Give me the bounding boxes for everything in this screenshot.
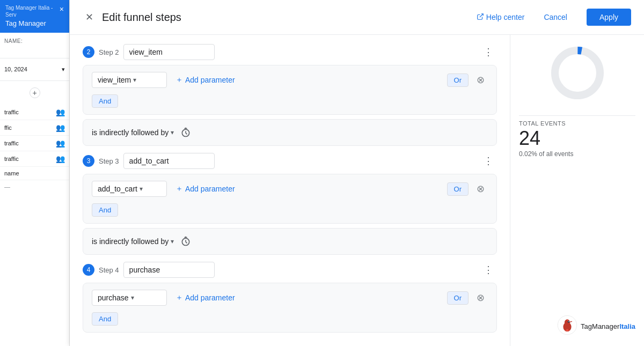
step-4-event-row: purchase ▾ ＋ Add parameter Or ⊗ A [83,283,497,333]
step-4-or-button[interactable]: Or [447,291,469,305]
step-3-event-row: add_to_cart ▾ ＋ Add parameter Or ⊗ [83,174,497,224]
sidebar-segment-name: name [0,167,69,180]
sidebar-date-dropdown[interactable]: 10, 2024 ▾ [4,64,65,75]
sidebar-header: Tag Manager Italia - Serv × Tag Manager [0,0,69,33]
sidebar-item-label-4: traffic [4,156,19,162]
step-3-event-arrow: ▾ [140,185,143,193]
step-3-event-row-inner: add_to_cart ▾ ＋ Add parameter Or ⊗ [92,181,488,197]
modal-header: ✕ Edit funnel steps Help center Cancel A… [70,0,644,35]
sidebar-name-value [4,46,65,53]
total-events-label: TOTAL EVENTS [519,120,635,127]
add-param-label-step3: Add parameter [185,185,235,193]
sidebar-item-traffic-2[interactable]: ffic 👥 [0,120,69,136]
step-2-name-input[interactable] [123,44,215,60]
svg-point-16 [569,321,570,322]
donut-chart-area [519,43,635,102]
connector-2-arrow: ▾ [171,238,174,245]
watermark-logo-icon [557,315,577,337]
step-4-and-button[interactable]: And [92,312,118,326]
step-3-and-button[interactable]: And [92,203,118,217]
help-center-link[interactable]: Help center [477,13,525,22]
svg-point-9 [555,50,600,95]
close-icon: ✕ [85,11,93,23]
step-2-or-button[interactable]: Or [447,73,469,87]
step-4-remove-button[interactable]: ⊗ [473,290,488,305]
sidebar-date-value: 10, 2024 [4,66,27,72]
remove-icon-step4: ⊗ [477,292,485,304]
step-4-name-input[interactable] [123,262,215,278]
add-param-label-step2: Add parameter [185,76,235,84]
step-2-block: 2 Step 2 ⋮ view_item ▾ ＋ Add para [83,43,497,115]
plus-icon-step3: ＋ [175,184,183,194]
modal-actions: Help center Cancel Apply [477,9,631,26]
step-2-remove-button[interactable]: ⊗ [473,72,488,87]
plus-icon-step4: ＋ [175,293,183,303]
step-3-event-select[interactable]: add_to_cart ▾ [92,181,167,197]
svg-line-0 [480,13,483,17]
connector-2-row: is indirectly followed by ▾ [83,228,497,255]
edit-funnel-modal: ✕ Edit funnel steps Help center Cancel A… [70,0,644,346]
sidebar-add-button[interactable]: + [30,87,40,98]
apply-button[interactable]: Apply [587,9,631,26]
modal-body: 2 Step 2 ⋮ view_item ▾ ＋ Add para [70,35,644,346]
svg-line-7 [186,242,187,244]
step-2-badge: 2 [83,46,94,58]
right-stats-panel: TOTAL EVENTS 24 0.02% of all events [510,35,644,346]
cancel-button[interactable]: Cancel [533,9,578,26]
remove-icon-step2: ⊗ [477,74,485,86]
sidebar-date-arrow: ▾ [62,66,65,73]
donut-chart-svg [548,43,607,102]
step-2-more-button[interactable]: ⋮ [480,43,497,61]
sidebar-subtitle: Tag Manager Italia - Serv [5,4,60,18]
step-2-event-name: view_item [98,76,131,84]
step-4-event-select[interactable]: purchase ▾ [92,290,167,306]
watermark-area: TagManagerItalia [519,293,635,337]
sidebar-item-label-1: traffic [4,109,19,115]
svg-line-3 [186,133,187,135]
connector-1-arrow: ▾ [171,129,174,136]
sidebar-date-section: 10, 2024 ▾ [0,58,69,81]
step-3-or-button[interactable]: Or [447,182,469,196]
step-4-add-param-button[interactable]: ＋ Add parameter [171,290,239,306]
sidebar-item-traffic-3[interactable]: traffic 👥 [0,136,69,151]
connector-2-timer-icon[interactable] [178,234,193,249]
step-3-remove-button[interactable]: ⊗ [473,181,488,196]
remove-icon-step3: ⊗ [477,183,485,195]
sidebar-segment-value: — [0,180,69,193]
sidebar-items-list: traffic 👥 ffic 👥 traffic 👥 traffic 👥 [0,105,69,167]
step-2-event-select[interactable]: view_item ▾ [92,72,167,88]
step-2-event-row-inner: view_item ▾ ＋ Add parameter Or ⊗ [92,72,488,88]
sidebar-item-traffic-1[interactable]: traffic 👥 [0,105,69,120]
connector-1-label: is indirectly followed by [92,128,169,137]
sidebar-close-icon[interactable]: × [60,4,64,14]
step-2-header: 2 Step 2 ⋮ [83,43,497,61]
modal-close-button[interactable]: ✕ [83,11,96,24]
connector-2-label: is indirectly followed by [92,237,169,246]
watermark-text: TagManagerItalia [581,322,635,330]
step-3-name-input[interactable] [123,153,215,169]
sidebar-item-label-2: ffic [4,124,12,131]
connector-1-row: is indirectly followed by ▾ [83,119,497,146]
step-4-badge: 4 [83,264,94,276]
connector-1-timer-icon[interactable] [178,125,193,140]
add-param-label-step4: Add parameter [185,293,235,302]
plus-icon-step2: ＋ [175,75,183,85]
sidebar-item-label-3: traffic [4,140,19,146]
step-4-more-button[interactable]: ⋮ [480,261,497,278]
step-4-block: 4 Step 4 ⋮ purchase ▾ ＋ Add param [83,261,497,333]
step-2-and-button[interactable]: And [92,94,118,108]
step-2-add-param-button[interactable]: ＋ Add parameter [171,72,239,88]
watermark-text-normal: TagManager [581,322,619,330]
step-3-add-param-button[interactable]: ＋ Add parameter [171,181,239,197]
connector-1-select[interactable]: is indirectly followed by ▾ [92,128,174,137]
external-link-icon [477,13,484,22]
people-icon-2: 👥 [56,123,65,132]
step-3-more-button[interactable]: ⋮ [480,152,497,170]
step-4-event-arrow: ▾ [131,294,134,301]
step-2-label: Step 2 [99,48,119,56]
step-3-header: 3 Step 3 ⋮ [83,152,497,170]
step-4-event-row-inner: purchase ▾ ＋ Add parameter Or ⊗ [92,290,488,306]
sidebar-item-traffic-4[interactable]: traffic 👥 [0,151,69,167]
connector-2-select[interactable]: is indirectly followed by ▾ [92,237,174,246]
step-2-event-row: view_item ▾ ＋ Add parameter Or ⊗ [83,65,497,115]
